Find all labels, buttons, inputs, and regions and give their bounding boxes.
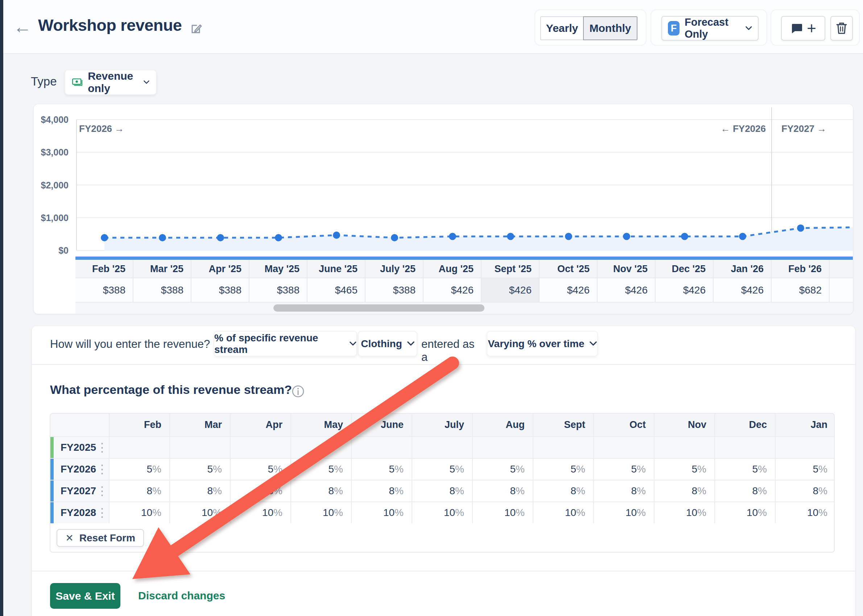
entry-mode-dropdown[interactable]: Varying % over time	[487, 331, 598, 357]
pct-value-cell[interactable]	[109, 437, 169, 458]
pct-value-cell[interactable]: 10%	[472, 502, 533, 523]
fiscal-year-label: FY2025	[61, 437, 96, 458]
close-icon: ✕	[65, 532, 74, 544]
month-header-cell: Apr '25	[191, 260, 249, 278]
pct-value-cell[interactable]: 8%	[533, 481, 593, 501]
pct-table-row: FY2026⋮5%5%5%5%5%5%5%5%5%5%5%5%	[50, 458, 834, 480]
y-axis-tick: $1,000	[34, 212, 69, 223]
forecast-only-dropdown[interactable]: F Forecast Only	[661, 16, 759, 41]
pct-value-cell[interactable]: 8%	[593, 481, 654, 501]
chart-table-divider-bar	[76, 256, 853, 260]
filler-cell	[830, 278, 853, 303]
discard-changes-link[interactable]: Discard changes	[138, 589, 225, 602]
pct-value-cell[interactable]	[775, 437, 835, 458]
pct-value-cell[interactable]: 5%	[351, 459, 411, 480]
pct-value-cell[interactable]	[411, 437, 472, 458]
pct-value-cell[interactable]: 8%	[714, 481, 775, 501]
pct-value-cell[interactable]: 8%	[230, 481, 290, 501]
pct-value-cell[interactable]: 5%	[230, 459, 290, 480]
revenue-method-dropdown[interactable]: % of specific revenue stream	[214, 331, 357, 357]
pct-value-cell[interactable]: 8%	[472, 481, 533, 501]
kebab-menu-icon[interactable]: ⋮	[96, 507, 108, 518]
pct-value-cell[interactable]: 8%	[290, 481, 351, 501]
save-exit-button[interactable]: Save & Exit	[50, 583, 120, 609]
pct-value-cell[interactable]	[351, 437, 411, 458]
fiscal-year-label: FY2026	[61, 459, 96, 480]
entered-as-text: entered as a	[421, 338, 484, 364]
fiscal-year-label: FY2028	[61, 502, 96, 523]
pct-value-cell[interactable]: 10%	[230, 502, 290, 523]
type-dropdown[interactable]: Revenue only	[65, 69, 157, 95]
info-icon[interactable]	[291, 385, 305, 398]
pct-value-cell[interactable]: 5%	[290, 459, 351, 480]
reset-form-label: Reset Form	[79, 532, 135, 544]
revenue-form-card: How will you enter the revenue? % of spe…	[32, 326, 855, 616]
month-value-cell: $426	[540, 278, 598, 303]
pct-value-cell[interactable]: 5%	[472, 459, 533, 480]
percentage-table-header: FebMarAprMayJuneJulyAugSeptOctNovDecJan	[50, 414, 834, 436]
toggle-yearly[interactable]: Yearly	[540, 16, 584, 40]
pct-value-cell[interactable]: 8%	[654, 481, 714, 501]
period-toggle-group: Yearly Monthly	[534, 9, 647, 46]
edit-title-icon[interactable]	[189, 22, 203, 36]
reset-form-button[interactable]: ✕ Reset Form	[57, 529, 144, 547]
pct-value-cell[interactable]	[472, 437, 533, 458]
pct-column-header: Mar	[169, 414, 230, 436]
pct-value-cell[interactable]: 10%	[533, 502, 593, 523]
pct-value-cell[interactable]: 10%	[290, 502, 351, 523]
month-header-cell: July '25	[365, 260, 424, 278]
pct-value-cell[interactable]: 5%	[775, 459, 835, 480]
pct-value-cell[interactable]: 10%	[654, 502, 714, 523]
pct-value-cell[interactable]: 10%	[169, 502, 230, 523]
pct-value-cell[interactable]	[593, 437, 654, 458]
comment-icon	[790, 22, 803, 35]
pct-value-cell[interactable]: 8%	[169, 481, 230, 501]
pct-value-cell[interactable]	[230, 437, 290, 458]
pct-value-cell[interactable]: 10%	[411, 502, 472, 523]
entry-mode-label: Varying % over time	[488, 338, 584, 350]
pct-value-cell[interactable]: 8%	[411, 481, 472, 501]
kebab-menu-icon[interactable]: ⋮	[96, 486, 108, 497]
pct-value-cell[interactable]: 5%	[654, 459, 714, 480]
pct-value-cell[interactable]: 5%	[109, 459, 169, 480]
revenue-stream-dropdown[interactable]: Clothing	[358, 331, 417, 357]
pct-value-cell[interactable]	[714, 437, 775, 458]
pct-value-cell[interactable]: 10%	[714, 502, 775, 523]
month-header-cell: Feb '25	[76, 260, 134, 278]
chevron-down-icon	[590, 341, 597, 346]
add-comment-button[interactable]: +	[781, 16, 825, 41]
pct-value-cell[interactable]: 10%	[775, 502, 835, 523]
pct-value-cell[interactable]	[290, 437, 351, 458]
pct-value-cell[interactable]: 8%	[351, 481, 411, 501]
pct-value-cell[interactable]: 8%	[775, 481, 835, 501]
pct-value-cell[interactable]	[654, 437, 714, 458]
toggle-monthly[interactable]: Monthly	[583, 16, 638, 40]
pct-value-cell[interactable]	[169, 437, 230, 458]
pct-value-cell[interactable]: 10%	[109, 502, 169, 523]
pct-value-cell[interactable]: 8%	[109, 481, 169, 501]
back-arrow-icon[interactable]: ←	[13, 17, 31, 37]
pct-value-cell[interactable]: 5%	[533, 459, 593, 480]
month-value-cell: $426	[655, 278, 713, 303]
pct-value-cell[interactable]: 10%	[593, 502, 654, 523]
kebab-menu-icon[interactable]: ⋮	[96, 464, 108, 475]
kebab-menu-icon[interactable]: ⋮	[96, 442, 108, 453]
pct-value-cell[interactable]	[533, 437, 593, 458]
delete-button[interactable]	[830, 16, 853, 41]
month-value-cell: $388	[249, 278, 307, 303]
fiscal-year-label-cell: FY2026⋮	[50, 459, 109, 480]
month-header-cell: Aug '25	[424, 260, 482, 278]
pct-value-cell[interactable]: 5%	[593, 459, 654, 480]
horizontal-scrollbar-thumb[interactable]	[273, 304, 484, 312]
pct-value-cell[interactable]: 5%	[411, 459, 472, 480]
fiscal-year-label-cell: FY2028⋮	[50, 502, 109, 523]
horizontal-scrollbar-track[interactable]	[76, 303, 853, 314]
pct-value-cell[interactable]: 5%	[714, 459, 775, 480]
fiscal-year-label-cell: FY2027⋮	[50, 481, 109, 501]
month-header-cell: June '25	[307, 260, 365, 278]
fiscal-year-label-cell: FY2025⋮	[50, 437, 109, 458]
fiscal-year-label: FY2027	[61, 481, 96, 501]
filler-cell	[830, 260, 853, 278]
pct-value-cell[interactable]: 5%	[169, 459, 230, 480]
pct-value-cell[interactable]: 10%	[351, 502, 411, 523]
